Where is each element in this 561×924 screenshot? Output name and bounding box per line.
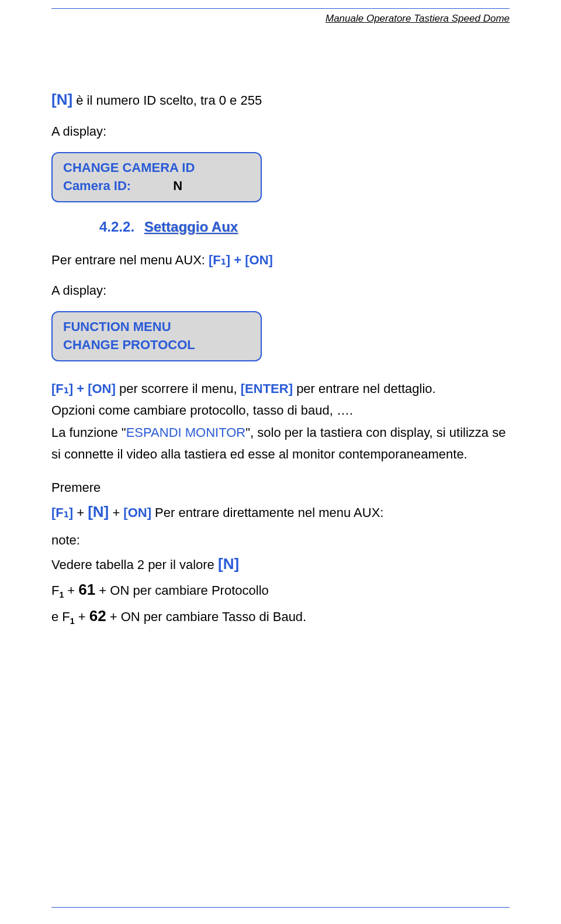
p-on: [ON]: [123, 505, 151, 520]
premere-l1: [F₁] + [N] + [ON] Per entrare direttamen…: [51, 499, 510, 525]
p-l3rest: + ON per cambiare Protocollo: [95, 583, 269, 598]
box2-line1: FUNCTION MENU: [63, 318, 250, 336]
box2-line2: CHANGE PROTOCOL: [63, 336, 250, 354]
header-rule: [51, 8, 510, 9]
box1-label: Camera ID:: [63, 178, 131, 193]
premere-heading: Premere: [51, 477, 510, 498]
section-title: Settaggio Aux: [144, 219, 238, 235]
a-display-2: A display:: [51, 281, 510, 301]
p-l2a: Vedere tabella 2 per il valore: [51, 557, 218, 572]
p-l4sub: 1: [70, 616, 75, 626]
cmd-enter: [ENTER]: [241, 381, 293, 396]
ab3-a: La funzione ": [51, 425, 126, 440]
section-number: 4.2.2.: [99, 219, 134, 235]
display-box-2: FUNCTION MENU CHANGE PROTOCOL: [51, 311, 262, 361]
box1-line1: CHANGE CAMERA ID: [63, 159, 250, 177]
p-l3a: F: [51, 583, 59, 598]
aux-cmd: [F₁] + [ON]: [209, 253, 273, 267]
p-l1-rest: Per entrare direttamente nel menu AUX:: [151, 505, 383, 520]
content: [N] è il numero ID scelto, tra 0 e 255 A…: [51, 0, 510, 629]
box1-value: N: [173, 178, 182, 193]
p-l4plus: +: [75, 609, 89, 624]
premere-note: note:: [51, 529, 510, 551]
section-heading: 4.2.2. Settaggio Aux: [99, 219, 510, 235]
p-l4num: 62: [89, 607, 106, 625]
intro-rest: è il numero ID scelto, tra 0 e 255: [72, 93, 262, 108]
header-title: Manuale Operatore Tastiera Speed Dome: [325, 13, 510, 25]
box1-line2: Camera ID:N: [63, 177, 250, 195]
premere-l4: e F1 + 62 + ON per cambiare Tasso di Bau…: [51, 603, 510, 629]
document-page: Manuale Operatore Tastiera Speed Dome [N…: [0, 0, 561, 924]
a-display-1: A display:: [51, 122, 510, 142]
p-plus1: +: [73, 505, 88, 520]
espandi-monitor: ESPANDI MONITOR: [126, 425, 246, 440]
aux-pre: Per entrare nel menu AUX:: [51, 253, 209, 267]
display-box-1: CHANGE CAMERA ID Camera ID:N: [51, 152, 262, 202]
p-l4a: F: [62, 609, 70, 624]
premere-l3: F1 + 61 + ON per cambiare Protocollo: [51, 577, 510, 602]
premere-l2: Vedere tabella 2 per il valore [N]: [51, 551, 510, 577]
ab-line2: Opzioni come cambiare protocollo, tasso …: [51, 399, 510, 421]
ab-line1: [F₁] + [ON] per scorrere il menu, [ENTER…: [51, 378, 510, 399]
intro-line: [N] è il numero ID scelto, tra 0 e 255: [51, 88, 510, 111]
cmd-f1on: [F₁] + [ON]: [51, 381, 116, 396]
ab-line3: La funzione "ESPANDI MONITOR", solo per …: [51, 422, 510, 466]
footer-rule: [51, 907, 510, 908]
p-l3num: 61: [78, 581, 95, 598]
aux-line: Per entrare nel menu AUX: [F₁] + [ON]: [51, 250, 510, 270]
ab1-rest: per scorrere il menu,: [116, 381, 241, 396]
ab1-rest2: per entrare nel dettaglio.: [293, 381, 436, 396]
n-token: [N]: [51, 91, 72, 108]
p-l4rest: + ON per cambiare Tasso di Baud.: [106, 609, 307, 624]
premere-block: Premere [F₁] + [N] + [ON] Per entrare di…: [51, 477, 510, 629]
p-plus2: +: [109, 505, 123, 520]
p-l3plus: +: [64, 583, 78, 598]
p-f1: [F₁]: [51, 505, 73, 520]
p-n: [N]: [88, 503, 109, 520]
p-l2n: [N]: [218, 555, 239, 573]
after-box-text: [F₁] + [ON] per scorrere il menu, [ENTER…: [51, 378, 510, 466]
p-l4pre: e: [51, 609, 62, 624]
